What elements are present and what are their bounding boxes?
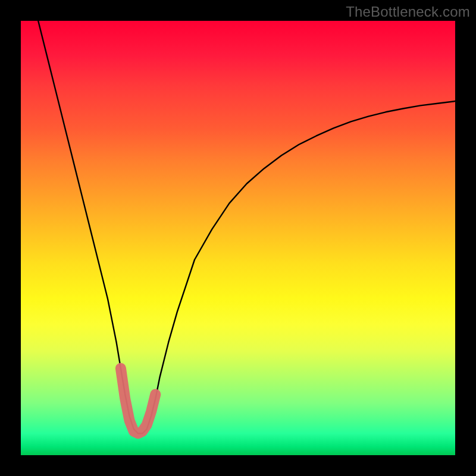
bottleneck-curve: [38, 21, 455, 434]
bottleneck-curve-svg: [21, 21, 455, 455]
valley-overlay: [121, 368, 155, 434]
plot-area: [21, 21, 455, 455]
watermark-text: TheBottleneck.com: [346, 4, 470, 20]
chart-frame: TheBottleneck.com: [0, 0, 476, 476]
